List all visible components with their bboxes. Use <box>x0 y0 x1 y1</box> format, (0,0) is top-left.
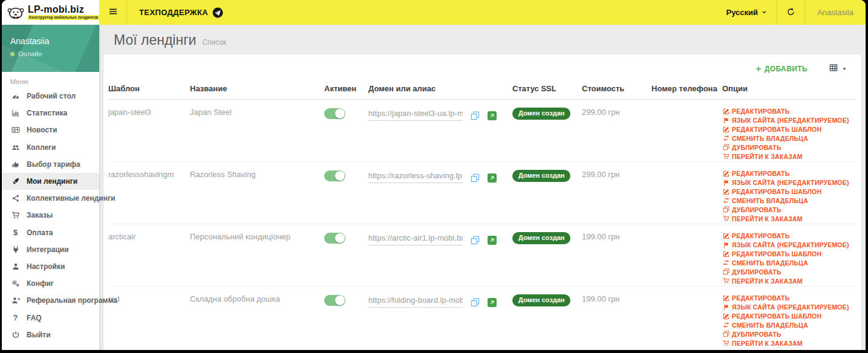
sidebar-item-question[interactable]: ?FAQ <box>2 309 99 326</box>
sidebar-item-cart[interactable]: Заказы <box>2 207 99 224</box>
orders-cart-icon <box>722 340 729 346</box>
sidebar-item-label: Заказы <box>27 211 53 219</box>
option-orders-cart-link[interactable]: ПЕРЕЙТИ К ЗАКАЗАМ <box>722 277 857 285</box>
option-edit-link[interactable]: РЕДАКТИРОВАТЬ <box>722 108 857 115</box>
option-label: ЯЗЫК САЙТА (НЕРЕДАКТИРУЕМОЕ) <box>732 117 849 124</box>
add-button[interactable]: ДОБАВИТЬ <box>752 64 811 74</box>
logo[interactable]: LP-mobi.biz Конструктор мобильных лендин… <box>2 0 99 25</box>
topbar-yellow-strip: ТЕХПОДДЕРЖКА Русский Anastasiia <box>99 0 866 25</box>
option-exchange-link[interactable]: СМЕНИТЬ ВЛАДЕЛЬЦА <box>722 135 857 142</box>
exchange-icon <box>722 135 729 141</box>
topbar: LP-mobi.biz Конструктор мобильных лендин… <box>2 0 866 25</box>
edit-icon <box>722 170 729 177</box>
copy-domain-button[interactable] <box>471 111 480 120</box>
sidebar-item-rocket[interactable]: Мои лендинги <box>2 173 99 190</box>
sidebar-item-users[interactable]: Коллеги <box>2 139 99 156</box>
thumbs-up-icon <box>10 160 21 169</box>
option-exchange-link[interactable]: СМЕНИТЬ ВЛАДЕЛЬЦА <box>722 197 857 204</box>
refresh-button[interactable] <box>777 0 805 25</box>
option-edit-template-link[interactable]: РЕДАКТИРОВАТЬ ШАБЛОН <box>722 313 857 320</box>
option-duplicate-link[interactable]: ДУБЛИРОВАТЬ <box>722 144 857 151</box>
refresh-icon <box>786 7 795 18</box>
name-cell: Складна обробна дошка <box>190 294 324 348</box>
copy-domain-button[interactable] <box>471 173 480 183</box>
option-label: ПЕРЕЙТИ К ЗАКАЗАМ <box>732 215 803 222</box>
topbar-username[interactable]: Anastasiia <box>805 0 866 25</box>
sidebar-item-news[interactable]: Новости <box>2 121 99 138</box>
domain-input[interactable] <box>368 170 463 183</box>
edit-template-icon <box>722 189 729 195</box>
toggle-knob <box>335 109 345 118</box>
column-header: Статус SSL <box>512 84 582 93</box>
option-edit-template-link[interactable]: РЕДАКТИРОВАТЬ ШАБЛОН <box>722 188 857 195</box>
sidebar-item-share[interactable]: Коллективные лендинги <box>2 190 99 207</box>
menu-section-label: Меню <box>2 72 99 88</box>
sidebar-item-dollar[interactable]: $Оплата <box>2 224 99 241</box>
domain-input[interactable] <box>368 294 463 308</box>
option-orders-cart-link[interactable]: ПЕРЕЙТИ К ЗАКАЗАМ <box>722 153 857 160</box>
telegram-icon <box>212 7 223 18</box>
logo-dog-icon <box>7 4 25 22</box>
copy-domain-button[interactable] <box>471 298 480 307</box>
option-exchange-link[interactable]: СМЕНИТЬ ВЛАДЕЛЬЦА <box>722 322 857 329</box>
copy-domain-button[interactable] <box>471 236 480 245</box>
sidebar-item-user-plus[interactable]: Реферальная программа <box>2 292 99 309</box>
column-header: Опции <box>722 84 857 93</box>
active-toggle[interactable] <box>324 233 345 244</box>
online-dot-icon <box>10 52 15 56</box>
option-duplicate-link[interactable]: ДУБЛИРОВАТЬ <box>722 206 857 213</box>
power-icon <box>10 331 21 339</box>
sidebar-item-power[interactable]: Выйти <box>2 326 99 343</box>
sidebar-user-panel: Anastasiia Онлайн <box>2 25 99 72</box>
rocket-icon <box>10 177 21 186</box>
sidebar-item-gears[interactable]: Конфиг <box>2 275 99 292</box>
option-language-link[interactable]: ЯЗЫК САЙТА (НЕРЕДАКТИРУЕМОЕ) <box>722 117 857 124</box>
gears-icon <box>10 279 21 288</box>
option-edit-template-link[interactable]: РЕДАКТИРОВАТЬ ШАБЛОН <box>722 126 857 133</box>
menu-toggle-button[interactable] <box>99 0 127 25</box>
option-language-link[interactable]: ЯЗЫК САЙТА (НЕРЕДАКТИРУЕМОЕ) <box>722 179 857 186</box>
domain-input[interactable] <box>368 232 463 245</box>
option-label: СМЕНИТЬ ВЛАДЕЛЬЦА <box>732 197 808 204</box>
active-cell <box>324 170 368 224</box>
sidebar-item-thumbs-up[interactable]: Выбор тарифа <box>2 156 99 173</box>
open-site-button[interactable] <box>488 173 497 183</box>
option-orders-cart-link[interactable]: ПЕРЕЙТИ К ЗАКАЗАМ <box>722 340 857 347</box>
name-cell: Japan Steel <box>190 108 324 161</box>
sidebar-item-dashboard[interactable]: Рабочий стол <box>2 88 99 105</box>
sidebar-username: Anastasiia <box>10 36 91 46</box>
option-edit-link[interactable]: РЕДАКТИРОВАТЬ <box>722 294 857 302</box>
cart-icon <box>10 211 21 219</box>
option-language-link[interactable]: ЯЗЫК САЙТА (НЕРЕДАКТИРУЕМОЕ) <box>722 241 857 248</box>
template-cell: red <box>108 294 190 348</box>
orders-cart-icon <box>722 153 729 160</box>
option-duplicate-link[interactable]: ДУБЛИРОВАТЬ <box>722 331 857 338</box>
option-language-link[interactable]: ЯЗЫК САЙТА (НЕРЕДАКТИРУЕМОЕ) <box>722 303 857 311</box>
active-toggle[interactable] <box>324 295 345 306</box>
support-label: ТЕХПОДДЕРЖКА <box>139 8 208 17</box>
open-site-button[interactable] <box>488 298 497 307</box>
option-exchange-link[interactable]: СМЕНИТЬ ВЛАДЕЛЬЦА <box>722 259 857 267</box>
option-duplicate-link[interactable]: ДУБЛИРОВАТЬ <box>722 268 857 276</box>
sidebar-item-user[interactable]: Настройки <box>2 258 99 275</box>
ssl-status-badge: Домен создан <box>512 170 570 182</box>
sidebar-item-plug[interactable]: Интеграции <box>2 241 99 258</box>
option-edit-link[interactable]: РЕДАКТИРОВАТЬ <box>722 170 857 177</box>
option-edit-link[interactable]: РЕДАКТИРОВАТЬ <box>722 232 857 239</box>
support-button[interactable]: ТЕХПОДДЕРЖКА <box>127 0 235 25</box>
columns-toggle-button[interactable] <box>829 63 847 74</box>
active-toggle[interactable] <box>324 170 345 181</box>
domain-input[interactable] <box>368 108 463 121</box>
open-site-button[interactable] <box>488 236 497 245</box>
option-edit-template-link[interactable]: РЕДАКТИРОВАТЬ ШАБЛОН <box>722 250 857 257</box>
option-orders-cart-link[interactable]: ПЕРЕЙТИ К ЗАКАЗАМ <box>722 215 857 222</box>
open-site-button[interactable] <box>488 111 497 120</box>
option-label: РЕДАКТИРОВАТЬ ШАБЛОН <box>732 188 821 195</box>
active-toggle[interactable] <box>324 108 345 119</box>
sidebar-item-chart[interactable]: Статистика <box>2 105 99 121</box>
ssl-status-badge: Домен создан <box>512 232 570 244</box>
option-label: ДУБЛИРОВАТЬ <box>732 268 782 276</box>
question-icon: ? <box>10 314 21 322</box>
language-selector[interactable]: Русский <box>716 0 777 25</box>
edit-template-icon <box>722 313 729 320</box>
